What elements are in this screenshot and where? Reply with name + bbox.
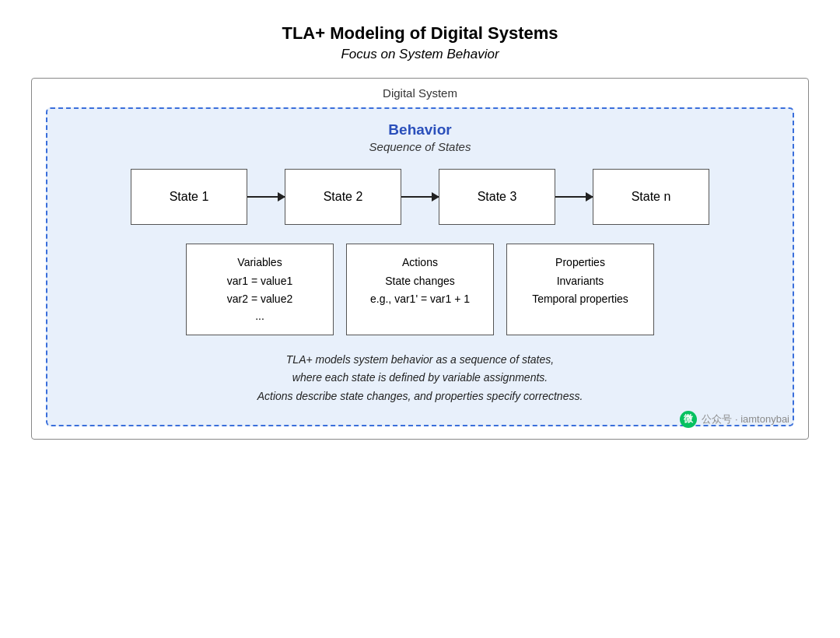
variables-line1: var1 = value1 — [201, 272, 319, 289]
state-box-3: State 3 — [439, 169, 555, 225]
page-subtitle: Focus on System Behavior — [341, 47, 499, 62]
arrow-3 — [555, 196, 593, 198]
properties-box: Properties Invariants Temporal propertie… — [506, 244, 654, 335]
actions-line1: State changes — [361, 272, 479, 289]
page-title: TLA+ Modeling of Digital Systems — [282, 23, 558, 44]
caption-line1: TLA+ models system behavior as a sequenc… — [71, 351, 769, 370]
variables-line3: ... — [201, 307, 319, 324]
watermark: 微 公众号 · iamtonybai — [680, 411, 789, 428]
caption: TLA+ models system behavior as a sequenc… — [63, 351, 777, 406]
states-row: State 1 State 2 State 3 State n — [63, 169, 777, 225]
state-box-2: State 2 — [285, 169, 401, 225]
properties-line1: Invariants — [521, 272, 639, 289]
state-box-1: State 1 — [131, 169, 247, 225]
behavior-subtitle: Sequence of States — [63, 140, 777, 153]
variables-box: Variables var1 = value1 var2 = value2 ..… — [186, 244, 334, 335]
actions-line2: e.g., var1' = var1 + 1 — [361, 290, 479, 307]
state-box-n: State n — [593, 169, 709, 225]
variables-line2: var2 = value2 — [201, 290, 319, 307]
properties-line2: Temporal properties — [521, 290, 639, 307]
arrow-2 — [401, 196, 439, 198]
caption-line3: Actions describe state changes, and prop… — [71, 387, 769, 406]
behavior-title: Behavior — [63, 121, 777, 138]
actions-title: Actions — [361, 254, 479, 271]
variables-title: Variables — [201, 254, 319, 271]
watermark-icon: 微 — [680, 411, 697, 428]
info-row: Variables var1 = value1 var2 = value2 ..… — [63, 244, 777, 335]
digital-system-box: Digital System Behavior Sequence of Stat… — [31, 78, 809, 440]
caption-line2: where each state is defined by variable … — [71, 369, 769, 387]
digital-system-label: Digital System — [32, 79, 808, 107]
actions-box: Actions State changes e.g., var1' = var1… — [346, 244, 494, 335]
properties-title: Properties — [521, 254, 639, 271]
arrow-1 — [247, 196, 285, 198]
behavior-box: Behavior Sequence of States State 1 Stat… — [46, 107, 794, 426]
watermark-text: 公众号 · iamtonybai — [702, 412, 789, 426]
